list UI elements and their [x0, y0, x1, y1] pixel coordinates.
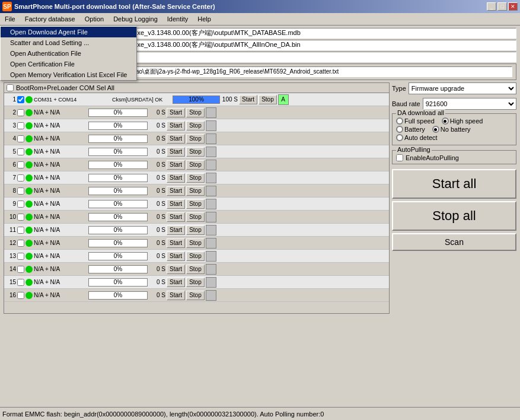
start-button[interactable]: Start [167, 147, 185, 157]
start-button[interactable]: Start [167, 121, 185, 131]
row-checkbox[interactable] [17, 135, 24, 142]
start-all-button[interactable]: Start all [392, 169, 516, 199]
row-checkbox[interactable] [17, 227, 24, 234]
progress-bar: 100% [173, 96, 220, 104]
menu-factory-database[interactable]: Factory database [20, 14, 80, 24]
table-row: 11 N/A + N/A 0% 0 S Start Stop [4, 224, 389, 237]
stop-button[interactable]: Stop [186, 199, 205, 209]
stop-button[interactable]: Stop [186, 252, 205, 261]
start-button[interactable]: Start [167, 173, 185, 183]
row-num: 4 [5, 135, 16, 142]
stop-button[interactable]: Stop [186, 108, 205, 117]
row-checkbox[interactable] [17, 266, 24, 273]
row-checkbox[interactable] [17, 122, 24, 129]
stop-button[interactable]: Stop [186, 186, 205, 196]
stop-button[interactable]: Stop [186, 238, 205, 248]
dropdown-open-da[interactable]: Open Download Agent File [1, 27, 136, 37]
row-checkbox[interactable] [17, 96, 24, 103]
status-dot [25, 135, 33, 142]
start-button[interactable]: Start [239, 95, 257, 104]
menu-file[interactable]: File [0, 14, 20, 24]
row-checkbox[interactable] [17, 279, 24, 286]
stop-button[interactable]: Stop [186, 291, 205, 300]
autopulling-legend: AutoPulling [396, 146, 432, 153]
battery-radio[interactable] [396, 126, 403, 133]
start-button[interactable]: Start [167, 186, 185, 196]
start-button[interactable]: Start [167, 160, 185, 170]
battery-option[interactable]: Battery [396, 126, 425, 133]
stop-button[interactable]: Stop [186, 225, 205, 235]
table-area: BootRom+PreLoader COM Sel All 1 COM31 + … [4, 82, 516, 314]
header-checkbox[interactable] [7, 84, 14, 91]
full-speed-label: Full speed [404, 117, 435, 125]
high-speed-option[interactable]: High speed [442, 117, 483, 125]
menu-option[interactable]: Option [80, 14, 109, 24]
type-select[interactable]: Firmware upgrade [409, 82, 516, 94]
scan-button[interactable]: Scan [392, 233, 516, 251]
stop-button[interactable]: Stop [186, 134, 205, 144]
a-indicator [206, 120, 216, 131]
full-speed-radio[interactable] [396, 117, 403, 125]
full-speed-option[interactable]: Full speed [396, 117, 435, 125]
start-button[interactable]: Start [167, 265, 185, 274]
stop-button[interactable]: Stop [186, 212, 205, 222]
auto-detect-option[interactable]: Auto detect [396, 134, 438, 141]
high-speed-radio[interactable] [442, 117, 449, 125]
progress-bar: 0% [88, 239, 148, 247]
row-checkbox[interactable] [17, 174, 24, 182]
stop-button[interactable]: Stop [186, 121, 205, 131]
close-button[interactable]: ✕ [508, 2, 518, 11]
stop-button[interactable]: Stop [259, 95, 277, 104]
table-row: 10 N/A + N/A 0% 0 S Start Stop [4, 211, 389, 224]
stop-button[interactable]: Stop [186, 173, 205, 183]
row-checkbox[interactable] [17, 240, 24, 247]
window-title: SmartPhone Multi-port download tool (Aft… [14, 3, 487, 10]
start-button[interactable]: Start [167, 108, 185, 117]
row-port: N/A + N/A [34, 122, 87, 129]
progress-bar: 0% [88, 252, 148, 260]
row-checkbox[interactable] [17, 292, 24, 299]
a-indicator [206, 264, 216, 275]
dropdown-open-cert[interactable]: Open Certification File [1, 59, 136, 69]
start-button[interactable]: Start [167, 291, 185, 300]
row-checkbox[interactable] [17, 109, 24, 116]
no-battery-option[interactable]: No battery [432, 126, 471, 133]
row-num: 2 [5, 109, 16, 116]
auto-detect-radio[interactable] [396, 134, 403, 141]
progress-bar: 0% [88, 200, 148, 208]
row-checkbox[interactable] [17, 161, 24, 168]
no-battery-radio[interactable] [432, 126, 439, 133]
start-button[interactable]: Start [167, 238, 185, 248]
start-button[interactable]: Start [167, 134, 185, 144]
menu-identity[interactable]: Identity [162, 14, 193, 24]
stop-button[interactable]: Stop [186, 147, 205, 157]
start-button[interactable]: Start [167, 199, 185, 209]
autopulling-checkbox[interactable] [396, 154, 403, 161]
dropdown-open-auth[interactable]: Open Authentication File [1, 48, 136, 59]
stop-button[interactable]: Stop [186, 160, 205, 170]
progress-bar: 0% [88, 135, 148, 143]
start-button[interactable]: Start [167, 252, 185, 261]
row-checkbox[interactable] [17, 214, 24, 221]
row-checkbox[interactable] [17, 201, 24, 208]
start-button[interactable]: Start [167, 212, 185, 222]
dropdown-scatter-load[interactable]: Scatter and Load Setting ... [1, 37, 136, 48]
menu-debug-logging[interactable]: Debug Logging [109, 14, 162, 24]
stop-button[interactable]: Stop [186, 278, 205, 287]
maximize-button[interactable]: □ [497, 2, 507, 11]
menu-help[interactable]: Help [193, 14, 216, 24]
row-checkbox[interactable] [17, 148, 24, 155]
row-checkbox[interactable] [17, 187, 24, 195]
start-button[interactable]: Start [167, 225, 185, 235]
baud-select[interactable]: 921600 [423, 98, 516, 110]
row-port: N/A + N/A [34, 279, 87, 285]
minimize-button[interactable]: _ [487, 2, 496, 11]
a-indicator [206, 290, 216, 301]
time-label: 0 S [149, 227, 165, 233]
dropdown-open-memory-verify[interactable]: Open Memory Verification List Excel File [1, 69, 136, 80]
stop-all-button[interactable]: Stop all [392, 201, 516, 231]
start-button[interactable]: Start [167, 278, 185, 287]
stop-button[interactable]: Stop [186, 265, 205, 274]
row-checkbox[interactable] [17, 253, 24, 260]
status-dot [25, 122, 33, 129]
